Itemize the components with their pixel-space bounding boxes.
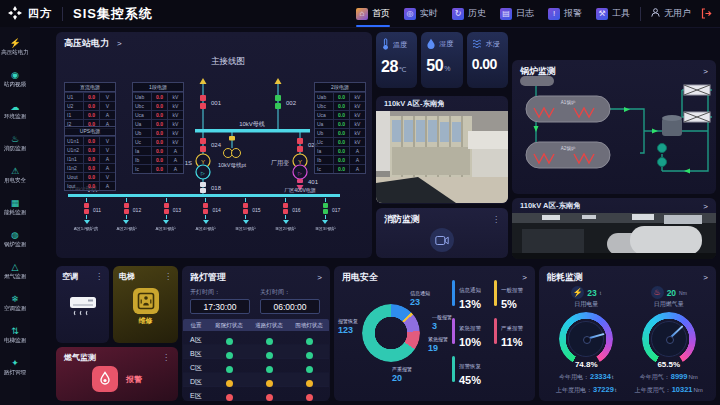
table-row: C区 xyxy=(183,359,329,373)
gauge-label: 日用燃气量 xyxy=(654,300,684,309)
cctv2-expand-arrow[interactable]: > xyxy=(703,202,708,211)
status-dot xyxy=(306,352,313,359)
gas-panel-menu-icon[interactable]: ⋮ xyxy=(162,353,170,362)
sidebar-item[interactable]: △ 燃气监测 xyxy=(0,255,30,287)
temperature-card: 温度 28℃ xyxy=(376,32,417,88)
nav-item-icon: ▤ xyxy=(500,8,512,20)
gauge-daily-value: 20 xyxy=(667,288,676,298)
nav-item-label: 历史 xyxy=(468,7,486,20)
feeder: 011 A区1#锅炉房 xyxy=(68,198,105,231)
nav-item[interactable]: ! 报警 xyxy=(548,0,582,27)
fire-panel-title: 消防监测 xyxy=(384,213,420,226)
table-row: Ub0.0kV xyxy=(315,128,365,137)
sidebar-item[interactable]: ⇅ 电梯监测 xyxy=(0,319,30,351)
nav-item[interactable]: ▤ 日志 xyxy=(500,0,534,27)
svg-text:002: 002 xyxy=(286,100,297,106)
sidebar-item[interactable]: ♨ 消防监测 xyxy=(0,127,30,159)
logout-icon[interactable] xyxy=(701,8,712,19)
table-row: Uca0.0kV xyxy=(133,110,183,119)
dc-power-table: 直流电源 U10.0VU20.0VI10.0AI20.0A xyxy=(64,82,116,129)
feeder: 013 A区3#锅炉 xyxy=(148,198,185,231)
nav-item[interactable]: ◎ 实时 xyxy=(404,0,438,27)
last-year-stat: 上年度用电：37229t xyxy=(556,385,617,395)
last-year-stat: 上年度用气：10321Nm xyxy=(635,385,703,395)
gas-monitoring-panel: 燃气监测 ⋮ 报警 xyxy=(56,347,178,401)
temperature-unit: ℃ xyxy=(399,66,406,73)
feeder-arrow-icon xyxy=(84,220,90,224)
table-row: Uc0.0kV xyxy=(315,137,365,146)
nav-item[interactable]: ⌂ 首页 xyxy=(356,0,390,27)
sidebar-item[interactable]: ✦ 路灯管理 xyxy=(0,351,30,383)
donut-callout: 信息通知23 xyxy=(410,290,430,308)
donut-callout: 紧急报警19 xyxy=(428,336,448,354)
svg-text:001: 001 xyxy=(211,100,222,106)
nav-item[interactable]: ↻ 历史 xyxy=(452,0,486,27)
table-row: U1n20.0V xyxy=(65,145,115,154)
feeder: 016 B区2#锅炉 xyxy=(267,198,304,231)
humidity-label: 湿度 xyxy=(439,39,453,49)
sidebar-item[interactable]: ◍ 锅炉监测 xyxy=(0,223,30,255)
streetlight-panel-title: 路灯管理 xyxy=(190,271,226,284)
sidebar-item-label: 高压站电力 xyxy=(1,48,29,56)
sidebar-item[interactable]: ▦ 能耗监测 xyxy=(0,191,30,223)
status-dot xyxy=(266,352,273,359)
sidebar-item-label: 路灯管理 xyxy=(4,368,26,376)
column-header: 位置 xyxy=(183,322,209,329)
light-off-time-input[interactable] xyxy=(260,299,320,314)
sidebar-item-icon: ⇅ xyxy=(11,326,19,336)
alarm-legend: 信息通知 13% 紧急报警 10% 报警恢复 4 xyxy=(452,278,534,392)
cctv2-title: 110kV A区-东南角 xyxy=(520,201,581,211)
sidebar-item[interactable]: ◉ 站内视频 xyxy=(0,63,30,95)
streetlight-panel: 路灯管理 > 开灯时间： 关灯时间： 位置庭院灯状态道路灯状态围墙灯状态 A区 xyxy=(182,266,330,401)
zone-label: D区 xyxy=(183,377,209,387)
elevator-panel-menu-icon[interactable]: ⋮ xyxy=(164,272,172,281)
feeder-label: A区4#锅炉 xyxy=(196,226,216,231)
svg-text:1S: 1S xyxy=(185,160,192,166)
column-header: 道路灯状态 xyxy=(249,322,289,329)
table-row: Uab0.0kV xyxy=(315,92,365,101)
svg-text:▷: ▷ xyxy=(298,170,302,176)
no-video-icon xyxy=(430,228,454,252)
sidebar-item[interactable]: ⚡ 高压站电力 xyxy=(0,31,30,63)
feeder-arrow-icon xyxy=(243,220,249,224)
svg-text:A2锅炉: A2锅炉 xyxy=(561,145,576,151)
zone-label: B区 xyxy=(183,349,209,359)
legend-item: 严重报警 11% xyxy=(494,316,534,354)
table-row: Uab0.0kV xyxy=(133,92,183,101)
fire-panel-menu-icon[interactable]: ⋮ xyxy=(492,215,500,224)
streetlight-expand-arrow[interactable]: > xyxy=(317,273,322,282)
gas-status-badge: 报警 xyxy=(126,374,142,385)
elevator-icon xyxy=(133,288,159,314)
gas-panel-title: 燃气监测 xyxy=(64,352,96,363)
sidebar-item[interactable]: ☁ 环境监测 xyxy=(0,95,30,127)
column-header: 围墙灯状态 xyxy=(289,322,329,329)
table-row: I1n20.0A xyxy=(65,163,115,172)
streetlight-table: A区 B区 C区 xyxy=(182,331,330,401)
svg-text:厂区400V电源: 厂区400V电源 xyxy=(284,187,316,193)
status-dot xyxy=(266,338,273,345)
sidebar-item-label: 用电安全 xyxy=(4,176,26,184)
elevator-panel-title: 电梯 xyxy=(119,271,135,282)
sidebar-item[interactable]: ⚠ 用电安全 xyxy=(0,159,30,191)
cctv-panel-switchgear[interactable]: 110kV A区-东南角 xyxy=(376,96,508,204)
energy-expand-arrow[interactable]: > xyxy=(703,273,708,282)
energy-panel-title: 能耗监测 xyxy=(547,271,583,284)
feeder-arrow-icon xyxy=(322,220,328,224)
boiler-panel-expand-arrow[interactable]: > xyxy=(703,67,708,76)
sidebar-item-label: 锅炉监测 xyxy=(4,240,26,248)
table-row: Uc0.0kV xyxy=(133,137,183,146)
user-menu[interactable]: 无用户 xyxy=(651,7,691,20)
ac-panel-menu-icon[interactable]: ⋮ xyxy=(95,272,103,281)
water-level-icon xyxy=(472,38,483,49)
environment-cards: 温度 28℃ 湿度 50% 水浸 0.00 xyxy=(376,32,508,88)
cctv-panel-boiler-room[interactable]: 110kV A区-东南角 > xyxy=(512,198,716,258)
light-on-time-input[interactable] xyxy=(190,299,250,314)
cctv1-title: 110kV A区-东南角 xyxy=(384,99,445,109)
table-row: E区 xyxy=(183,387,329,401)
status-dot xyxy=(306,394,313,401)
sidebar-item[interactable]: ❄ 空调监测 xyxy=(0,287,30,319)
table-row: Ib0.0A xyxy=(133,155,183,164)
sidebar-item-icon: ☁ xyxy=(11,102,20,112)
nav-item[interactable]: ⚒ 工具 xyxy=(596,0,630,27)
nav-item-icon: ◎ xyxy=(404,8,416,20)
